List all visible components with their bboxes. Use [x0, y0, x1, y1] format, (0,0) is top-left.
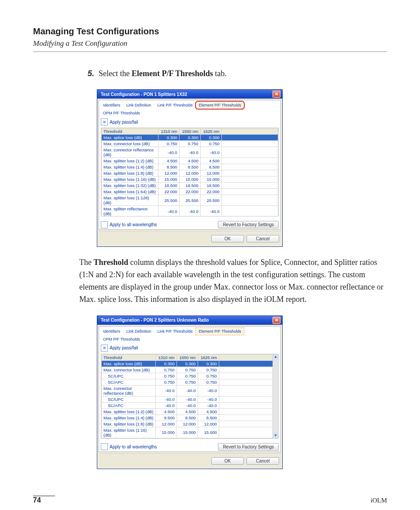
revert-button[interactable]: Revert to Factory Settings: [218, 443, 279, 451]
threshold-value[interactable]: 15.000: [198, 427, 219, 438]
threshold-value[interactable]: 0.750: [177, 379, 198, 385]
tab-identifiers[interactable]: Identifiers: [100, 327, 123, 335]
tab-link-definition[interactable]: Link Definition: [123, 327, 155, 335]
threshold-value[interactable]: 0.750: [198, 379, 219, 385]
threshold-value[interactable]: 0.750: [155, 373, 177, 379]
threshold-value[interactable]: -40.0: [177, 396, 198, 402]
vertical-scrollbar[interactable]: ▲ ▼: [273, 354, 278, 438]
threshold-value[interactable]: 4.500: [200, 158, 221, 164]
table-row[interactable]: SC/UPC0.7500.7500.750: [102, 373, 273, 379]
threshold-value[interactable]: 4.500: [179, 158, 200, 164]
tab-link-definition[interactable]: Link Definition: [123, 101, 155, 109]
threshold-value[interactable]: -40.0: [179, 147, 200, 158]
threshold-value[interactable]: 12.000: [155, 421, 177, 427]
scroll-up-icon[interactable]: ▲: [273, 354, 278, 360]
threshold-value[interactable]: 22.000: [158, 189, 179, 195]
threshold-value[interactable]: 4.500: [155, 408, 177, 415]
table-row[interactable]: Max. splitter loss (1:16) (dB)15.00015.0…: [102, 427, 273, 438]
apply-pf-checkbox[interactable]: ✕: [101, 118, 108, 125]
threshold-value[interactable]: -40.0: [198, 396, 219, 402]
tab-link-p-f-thresholds[interactable]: Link P/F Thresholds: [155, 101, 196, 109]
tab-opm-p-f-thresholds[interactable]: OPM P/F Thresholds: [100, 109, 143, 117]
threshold-value[interactable]: 0.750: [200, 141, 221, 147]
ok-button[interactable]: OK: [211, 457, 244, 465]
threshold-value[interactable]: 12.000: [158, 170, 179, 176]
threshold-value[interactable]: 15.000: [200, 176, 221, 183]
threshold-value[interactable]: -40.0: [200, 147, 221, 158]
threshold-value[interactable]: -40.0: [155, 402, 177, 408]
close-icon[interactable]: ✕: [273, 317, 280, 324]
ok-button[interactable]: OK: [211, 235, 244, 242]
threshold-value[interactable]: -40.0: [155, 396, 177, 402]
threshold-value[interactable]: 0.300: [200, 135, 221, 141]
threshold-value[interactable]: 4.500: [198, 408, 219, 415]
threshold-value[interactable]: 15.000: [177, 427, 198, 438]
table-row[interactable]: Max. splitter loss (1:32) (dB)18.50018.5…: [102, 183, 278, 189]
revert-button[interactable]: Revert to Factory Settings: [218, 221, 279, 228]
apply-pf-checkbox[interactable]: ✕: [101, 345, 108, 352]
threshold-value[interactable]: -40.0: [158, 206, 179, 217]
threshold-value[interactable]: -40.0: [177, 402, 198, 408]
table-row[interactable]: Max. splitter loss (1:64) (dB)22.00022.0…: [102, 189, 278, 195]
tab-identifiers[interactable]: Identifiers: [100, 101, 123, 109]
threshold-value[interactable]: -40.0: [179, 206, 200, 217]
threshold-value[interactable]: 8.500: [179, 164, 200, 170]
threshold-value[interactable]: 8.500: [198, 415, 219, 421]
threshold-value[interactable]: 25.500: [179, 195, 200, 206]
threshold-value[interactable]: 0.300: [155, 360, 177, 367]
threshold-value[interactable]: 25.500: [200, 195, 221, 206]
table-row[interactable]: Max. splitter loss (1:16) (dB)15.00015.0…: [102, 176, 278, 183]
close-icon[interactable]: ✕: [273, 91, 280, 98]
threshold-value[interactable]: 12.000: [177, 421, 198, 427]
threshold-value[interactable]: 4.500: [177, 408, 198, 415]
threshold-value[interactable]: 8.500: [155, 415, 177, 421]
threshold-value[interactable]: -40.0: [155, 385, 177, 396]
table-row[interactable]: Max. splice loss (dB)0.3000.3000.300: [102, 360, 273, 367]
threshold-value[interactable]: 8.500: [200, 164, 221, 170]
table-row[interactable]: SC/APC0.7500.7500.750: [102, 379, 273, 385]
threshold-value[interactable]: 18.500: [179, 183, 200, 189]
threshold-value[interactable]: 18.500: [158, 183, 179, 189]
threshold-value[interactable]: 0.750: [179, 141, 200, 147]
tab-opm-p-f-thresholds[interactable]: OPM P/F Thresholds: [100, 335, 143, 343]
table-row[interactable]: Max. splitter loss (1:128) (dB)25.50025.…: [102, 195, 278, 206]
table-row[interactable]: Max. splitter loss (1:4) (dB)8.5008.5008…: [102, 164, 278, 170]
threshold-value[interactable]: 15.000: [179, 176, 200, 183]
table-row[interactable]: Max. splitter reflectance (dB)-40.0-40.0…: [102, 206, 278, 217]
threshold-value[interactable]: 0.750: [198, 367, 219, 373]
threshold-value[interactable]: -40.0: [158, 147, 179, 158]
threshold-value[interactable]: 12.000: [179, 170, 200, 176]
table-row[interactable]: Max. connector loss (dB)0.7500.7500.750: [102, 141, 278, 147]
tab-element-p-f-thresholds[interactable]: Element P/F Thresholds: [195, 101, 244, 109]
tab-element-p-f-thresholds[interactable]: Element P/F Thresholds: [195, 327, 244, 335]
threshold-value[interactable]: 0.300: [198, 360, 219, 367]
apply-all-checkbox[interactable]: [101, 443, 108, 450]
table-row[interactable]: Max. connector loss (dB)0.7500.7500.750: [102, 367, 273, 373]
threshold-value[interactable]: 22.000: [200, 189, 221, 195]
threshold-value[interactable]: 0.750: [155, 367, 177, 373]
apply-all-checkbox[interactable]: [101, 221, 108, 228]
threshold-value[interactable]: 15.000: [155, 427, 177, 438]
threshold-value[interactable]: 0.300: [158, 135, 179, 141]
threshold-value[interactable]: 0.750: [198, 373, 219, 379]
threshold-value[interactable]: -40.0: [198, 402, 219, 408]
table-row[interactable]: Max. splitter loss (1:2) (dB)4.5004.5004…: [102, 158, 278, 164]
cancel-button[interactable]: Cancel: [247, 235, 279, 242]
threshold-value[interactable]: 0.750: [177, 373, 198, 379]
threshold-value[interactable]: 0.750: [177, 367, 198, 373]
table-row[interactable]: Max. splitter loss (1:4) (dB)8.5008.5008…: [102, 415, 273, 421]
threshold-value[interactable]: 18.500: [200, 183, 221, 189]
threshold-value[interactable]: 0.750: [158, 141, 179, 147]
table-row[interactable]: Max. splitter loss (1:8) (dB)12.00012.00…: [102, 421, 273, 427]
threshold-value[interactable]: 8.500: [158, 164, 179, 170]
table-row[interactable]: SC/UPC-40.0-40.0-40.0: [102, 396, 273, 402]
threshold-value[interactable]: 0.300: [177, 360, 198, 367]
cancel-button[interactable]: Cancel: [247, 457, 279, 465]
threshold-value[interactable]: 4.500: [158, 158, 179, 164]
threshold-value[interactable]: 12.000: [200, 170, 221, 176]
table-row[interactable]: Max. splice loss (dB)0.3000.3000.300: [102, 135, 278, 141]
threshold-value[interactable]: 12.000: [198, 421, 219, 427]
threshold-value[interactable]: -40.0: [200, 206, 221, 217]
threshold-value[interactable]: -40.0: [177, 385, 198, 396]
table-row[interactable]: Max. splitter loss (1:8) (dB)12.00012.00…: [102, 170, 278, 176]
